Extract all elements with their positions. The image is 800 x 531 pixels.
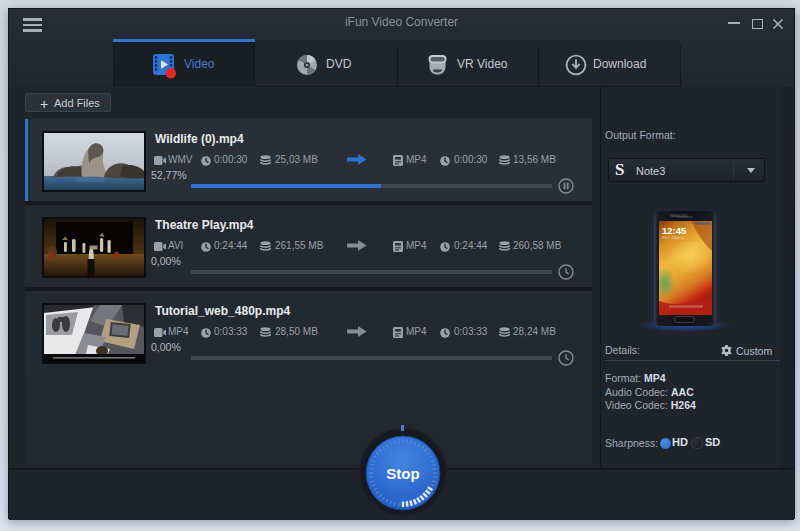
svg-text:WED, JUNE 11: WED, JUNE 11 bbox=[662, 236, 684, 240]
svg-text:12:45: 12:45 bbox=[662, 225, 687, 236]
svg-text:Stop: Stop bbox=[386, 465, 419, 482]
